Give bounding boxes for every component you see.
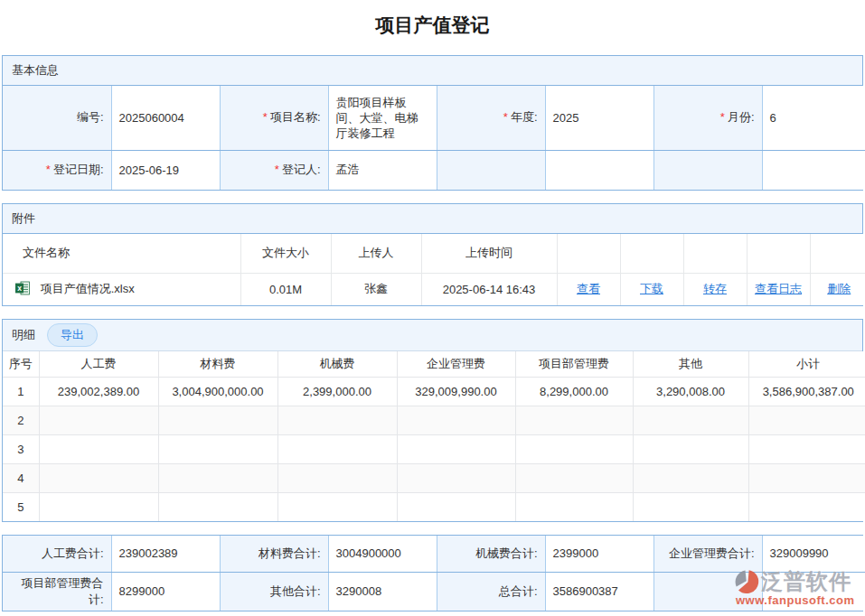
attachment-row: x 项目产值情况.xlsx 0.01M 张鑫 2025-06-14 16:43 … — [3, 273, 865, 305]
field-label-register-date: *登记日期: — [3, 150, 111, 190]
cell-project-dept-mgmt-cost — [515, 492, 633, 521]
field-value-project-name: 贵阳项目样板间、大堂、电梯厅装修工程 — [328, 86, 437, 150]
cell-enterprise-mgmt-cost — [397, 492, 515, 521]
total-label-grand: 总合计: — [437, 572, 545, 611]
label-text: 年度: — [511, 110, 538, 124]
label-text: 项目名称: — [270, 110, 321, 124]
col-header-action — [557, 234, 620, 273]
attachment-file-cell: x 项目产值情况.xlsx — [3, 273, 240, 305]
field-label-project-name: *项目名称: — [220, 86, 328, 150]
total-label-material: 材料费合计: — [220, 536, 328, 572]
cell-labor-cost: 239,002,389.00 — [39, 377, 158, 406]
label-text: 登记人: — [282, 163, 321, 176]
total-value-machinery: 2399000 — [545, 536, 653, 572]
required-mark: * — [275, 163, 279, 176]
cell-machinery-cost — [277, 406, 397, 434]
required-mark: * — [503, 110, 508, 124]
col-header-project-dept-mgmt-cost: 项目部管理费 — [515, 351, 633, 377]
fanpu-logo-icon — [734, 568, 761, 595]
cell-other-cost — [633, 463, 748, 492]
cell-enterprise-mgmt-cost: 329,009,990.00 — [397, 377, 515, 406]
cell-material-cost — [158, 434, 277, 463]
detail-row: 5 — [3, 492, 865, 521]
cell-subtotal — [748, 406, 865, 434]
details-toolbar: 明细 导出 — [3, 320, 862, 351]
basic-info-section-title: 基本信息 — [3, 56, 862, 86]
cell-serial: 4 — [3, 463, 39, 492]
cell-project-dept-mgmt-cost — [515, 406, 633, 434]
total-value-labor: 239002389 — [111, 536, 220, 572]
download-link[interactable]: 下载 — [640, 282, 663, 295]
field-value-registrant: 孟浩 — [328, 150, 437, 190]
cell-labor-cost — [39, 463, 158, 492]
delete-link[interactable]: 删除 — [827, 282, 851, 295]
label-text: 登记日期: — [53, 163, 104, 176]
col-header-file-size: 文件大小 — [240, 234, 331, 273]
cell-project-dept-mgmt-cost: 8,299,000.00 — [515, 377, 633, 406]
col-header-uploader: 上传人 — [331, 234, 421, 273]
cell-labor-cost — [39, 492, 158, 521]
cell-material-cost — [158, 463, 277, 492]
detail-row: 1 239,002,389.00 3,004,900,000.00 2,399,… — [3, 377, 865, 406]
attachments-section: 附件 文件名称 文件大小 上传人 上传时间 — [2, 203, 863, 306]
cell-subtotal — [748, 492, 865, 521]
total-value-project-dept-mgmt: 8299000 — [111, 572, 220, 611]
col-header-upload-time: 上传时间 — [421, 234, 557, 273]
cell-serial: 1 — [3, 377, 39, 406]
details-table: 序号 人工费 材料费 机械费 企业管理费 项目部管理费 其他 小计 1 239,… — [3, 351, 865, 521]
required-mark: * — [46, 163, 51, 176]
empty-label-cell — [653, 150, 762, 190]
col-header-file-name: 文件名称 — [3, 234, 240, 273]
col-header-action — [620, 234, 683, 273]
attachment-upload-time: 2025-06-14 16:43 — [421, 273, 557, 305]
detail-row: 2 — [3, 406, 865, 434]
vendor-watermark: 泛普软件 www.fanpusoft.com — [734, 568, 860, 607]
attachment-file-name: 项目产值情况.xlsx — [41, 282, 135, 295]
empty-value-cell — [545, 150, 653, 190]
total-value-material: 3004900000 — [328, 536, 437, 572]
cell-material-cost — [158, 492, 277, 521]
cell-subtotal — [748, 463, 865, 492]
cell-material-cost — [158, 406, 277, 434]
cell-serial: 3 — [3, 434, 39, 463]
empty-value-cell — [762, 150, 865, 190]
attachment-file-size: 0.01M — [240, 273, 331, 305]
col-header-action — [747, 234, 810, 273]
field-value-number: 2025060004 — [111, 86, 220, 150]
required-mark: * — [720, 110, 725, 124]
watermark-brand: 泛普软件 — [761, 569, 851, 594]
export-button[interactable]: 导出 — [47, 323, 98, 347]
col-header-machinery-cost: 机械费 — [277, 351, 397, 377]
attachments-table: 文件名称 文件大小 上传人 上传时间 x 项目产值情况.xls — [3, 234, 865, 305]
cell-material-cost: 3,004,900,000.00 — [158, 377, 277, 406]
col-header-other-cost: 其他 — [633, 351, 748, 377]
detail-row: 3 — [3, 434, 865, 463]
cell-other-cost — [633, 434, 748, 463]
field-label-year: *年度: — [437, 86, 545, 150]
page-title: 项目产值登记 — [0, 0, 865, 55]
cell-other-cost: 3,290,008.00 — [633, 377, 748, 406]
cell-serial: 2 — [3, 406, 39, 434]
cell-enterprise-mgmt-cost — [397, 434, 515, 463]
view-log-link[interactable]: 查看日志 — [755, 282, 802, 295]
save-as-link[interactable]: 转存 — [703, 282, 727, 295]
cell-project-dept-mgmt-cost — [515, 463, 633, 492]
cell-enterprise-mgmt-cost — [397, 406, 515, 434]
total-value-grand: 3586900387 — [545, 572, 653, 611]
col-header-subtotal: 小计 — [748, 351, 865, 377]
detail-row: 4 — [3, 463, 865, 492]
empty-label-cell — [437, 150, 545, 190]
col-header-material-cost: 材料费 — [158, 351, 277, 377]
cell-enterprise-mgmt-cost — [397, 463, 515, 492]
cell-machinery-cost — [277, 434, 397, 463]
cell-other-cost — [633, 406, 748, 434]
view-link[interactable]: 查看 — [577, 282, 600, 295]
details-section-title: 明细 — [12, 327, 35, 343]
cell-machinery-cost — [277, 492, 397, 521]
field-value-register-date: 2025-06-19 — [111, 150, 220, 190]
col-header-enterprise-mgmt-cost: 企业管理费 — [397, 351, 515, 377]
total-value-other: 3290008 — [328, 572, 437, 611]
cell-serial: 5 — [3, 492, 39, 521]
basic-info-table: 编号: 2025060004 *项目名称: 贵阳项目样板间、大堂、电梯厅装修工程… — [3, 86, 865, 190]
field-label-month: *月份: — [653, 86, 762, 150]
